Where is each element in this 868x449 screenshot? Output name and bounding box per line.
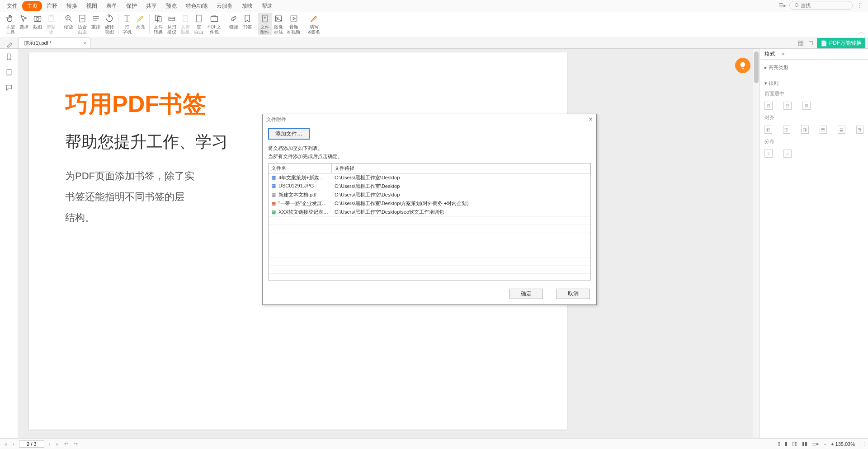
menu-item-8[interactable]: 预览 bbox=[161, 1, 181, 11]
menu-item-3[interactable]: 转换 bbox=[62, 1, 82, 11]
grid-view-icon[interactable] bbox=[797, 40, 804, 47]
ok-button[interactable]: 确定 bbox=[509, 289, 543, 299]
search-input[interactable] bbox=[801, 3, 846, 8]
view-two-icon[interactable]: ▯▯ bbox=[792, 441, 797, 447]
page-number-input[interactable] bbox=[19, 440, 44, 448]
svg-point-0 bbox=[795, 4, 798, 7]
cancel-button[interactable]: 取消 bbox=[557, 289, 590, 299]
ribbon-attach-button[interactable]: 文件 附件 bbox=[258, 13, 272, 35]
next-page-icon[interactable]: › bbox=[48, 441, 52, 447]
single-view-icon[interactable]: ☐ bbox=[807, 40, 814, 47]
ribbon-label: 高亮 bbox=[136, 24, 145, 29]
menu-item-1[interactable]: 主页 bbox=[22, 1, 42, 11]
reading-layout-icon[interactable]: ☰▸ bbox=[812, 441, 819, 447]
ribbon-clipboard-button[interactable]: 剪贴 板 bbox=[44, 13, 58, 35]
ribbon-select-button[interactable]: 选择 bbox=[17, 13, 31, 30]
prev-page-icon[interactable]: ‹ bbox=[12, 441, 15, 447]
ribbon-sign-button[interactable]: 填写 &签名 bbox=[306, 13, 322, 35]
vertical-scrollbar[interactable] bbox=[753, 49, 760, 438]
menu-item-11[interactable]: 放映 bbox=[237, 1, 257, 11]
edit-mode-icon[interactable] bbox=[3, 42, 16, 48]
dialog-button-row: 确定 取消 bbox=[263, 284, 596, 304]
align-middle-icon[interactable]: ⬓ bbox=[838, 126, 845, 134]
ribbon-blank-button[interactable]: 空 白页 bbox=[192, 13, 206, 35]
align-bottom-icon[interactable]: ⬔ bbox=[856, 126, 864, 134]
align-left-icon[interactable]: ◧ bbox=[764, 126, 772, 134]
tips-bulb-button[interactable] bbox=[735, 58, 750, 73]
comment-sidebar-icon[interactable] bbox=[5, 84, 13, 91]
view-two-cont-icon[interactable]: ▮▮ bbox=[802, 441, 807, 447]
right-panel-close-icon[interactable]: × bbox=[782, 51, 785, 57]
add-file-button[interactable]: 添加文件… bbox=[268, 128, 310, 140]
section-page-center: 页面居中 bbox=[764, 89, 863, 99]
first-page-icon[interactable]: « bbox=[4, 441, 8, 447]
ribbon-typewriter-button[interactable]: 打 字机 bbox=[120, 13, 134, 35]
menu-item-9[interactable]: 特色功能 bbox=[181, 1, 212, 11]
menu-item-10[interactable]: 云服务 bbox=[212, 1, 237, 11]
menu-item-12[interactable]: 帮助 bbox=[257, 1, 277, 11]
zoom-out-icon[interactable]: − bbox=[824, 441, 826, 447]
view-continuous-icon[interactable]: ▮ bbox=[785, 441, 788, 447]
center-both-icon[interactable]: ⊞ bbox=[802, 102, 811, 110]
last-page-icon[interactable]: » bbox=[55, 441, 59, 447]
rp-section: ▾ 排列 页面居中 ⊟ ⊡ ⊞ 对齐 ◧ ◫ ◨ ⬒ ⬓ ⬔ 分布 ⫴ ≡ bbox=[760, 75, 868, 163]
ribbon-label: 截图 bbox=[33, 24, 42, 29]
reading-mode-icon[interactable]: ☰▸ bbox=[778, 2, 786, 9]
more-icon[interactable]: ⋮ bbox=[856, 2, 863, 9]
search-box[interactable] bbox=[789, 1, 853, 10]
align-right-icon[interactable]: ◨ bbox=[801, 126, 809, 134]
fit-screen-icon[interactable]: ⛶ bbox=[859, 441, 864, 447]
ribbon-reflow-button[interactable]: 重排 bbox=[89, 13, 103, 30]
ribbon-portfolio-button[interactable]: PDF文 件包 bbox=[206, 13, 223, 35]
file-row[interactable]: ▦XXX软文链接登记表…C:\Users\黑框工作室\Desktop\seo软文… bbox=[269, 208, 590, 216]
zoom-icon bbox=[64, 14, 74, 23]
ribbon-bookmark-button[interactable]: 书签 bbox=[241, 13, 254, 30]
ribbon-zoom-button[interactable]: 缩放 bbox=[62, 13, 75, 30]
ribbon-link-button[interactable]: 链接 bbox=[227, 13, 241, 30]
reflow-icon bbox=[91, 14, 101, 23]
distribute-v-icon[interactable]: ≡ bbox=[783, 150, 792, 158]
convert-icon bbox=[153, 14, 163, 23]
zoom-value[interactable]: + 135.03% bbox=[831, 441, 855, 447]
menu-item-0[interactable]: 文件 bbox=[2, 1, 22, 11]
ribbon-snapshot-button[interactable]: 截图 bbox=[31, 13, 44, 30]
dialog-close-icon[interactable]: ✕ bbox=[589, 117, 593, 122]
file-row[interactable]: ▦DSC01291.JPGC:\Users\黑框工作室\Desktop bbox=[269, 182, 590, 191]
history-back-icon[interactable]: ↩ bbox=[63, 441, 69, 447]
view-single-icon[interactable]: ▯ bbox=[778, 441, 780, 447]
col-filename[interactable]: 文件名 bbox=[269, 164, 332, 173]
menu-item-6[interactable]: 保护 bbox=[122, 1, 142, 11]
center-v-icon[interactable]: ⊡ bbox=[783, 102, 792, 110]
document-tab[interactable]: 演示(1).pdf * × bbox=[18, 37, 90, 48]
col-filepath[interactable]: 文件路径 bbox=[332, 164, 590, 173]
ribbon-fitpage-button[interactable]: 适合 页面 bbox=[75, 13, 89, 35]
center-h-icon[interactable]: ⊟ bbox=[764, 102, 773, 110]
ribbon-media-button[interactable]: 音频 & 视频 bbox=[285, 13, 302, 35]
menu-item-4[interactable]: 视图 bbox=[82, 1, 102, 11]
pdf-convert-button[interactable]: 📄 PDF万能转换 bbox=[817, 38, 865, 48]
align-top-icon[interactable]: ⬒ bbox=[820, 126, 827, 134]
tab-close-icon[interactable]: × bbox=[83, 40, 86, 47]
ribbon-image-button[interactable]: 图像 标注 bbox=[272, 13, 285, 35]
ribbon-highlight-button[interactable]: 高亮 bbox=[134, 13, 147, 30]
align-center-icon[interactable]: ◫ bbox=[783, 126, 791, 134]
ribbon-convert-button[interactable]: 文件 转换 bbox=[151, 13, 165, 35]
ribbon-fromclip-button[interactable]: 从剪 贴板 bbox=[179, 13, 192, 35]
file-row[interactable]: ▦"一带一路"企业发展…C:\Users\黑框工作室\Desktop\方案策划(… bbox=[269, 199, 590, 208]
ribbon-label: 打 字机 bbox=[123, 24, 132, 34]
menu-item-7[interactable]: 共享 bbox=[142, 1, 161, 11]
history-fwd-icon[interactable]: ↪ bbox=[73, 441, 79, 447]
pages-sidebar-icon[interactable] bbox=[5, 69, 13, 76]
menu-item-5[interactable]: 表单 bbox=[102, 1, 122, 11]
ribbon-collapse-icon[interactable]: ︿ bbox=[859, 28, 864, 36]
file-row[interactable]: ▦4年文案策划+新媒…C:\Users\黑框工作室\Desktop bbox=[269, 173, 590, 182]
ribbon-scanner-button[interactable]: 从扫 描仪 bbox=[165, 13, 179, 35]
dialog-titlebar: 文件附件 ✕ bbox=[263, 114, 596, 125]
ribbon-rotate-button[interactable]: 旋转 视图 bbox=[103, 13, 116, 35]
bookmark-sidebar-icon[interactable] bbox=[5, 53, 13, 61]
ribbon-hand-button[interactable]: 手型 工具 bbox=[4, 13, 17, 35]
file-path-cell: C:\Users\黑框工作室\Desktop\seo软文工作培训包 bbox=[332, 208, 590, 216]
menu-item-2[interactable]: 注释 bbox=[42, 1, 62, 11]
file-row[interactable]: ▦新建文本文档.pdfC:\Users\黑框工作室\Desktop bbox=[269, 191, 590, 199]
distribute-h-icon[interactable]: ⫴ bbox=[764, 150, 773, 158]
